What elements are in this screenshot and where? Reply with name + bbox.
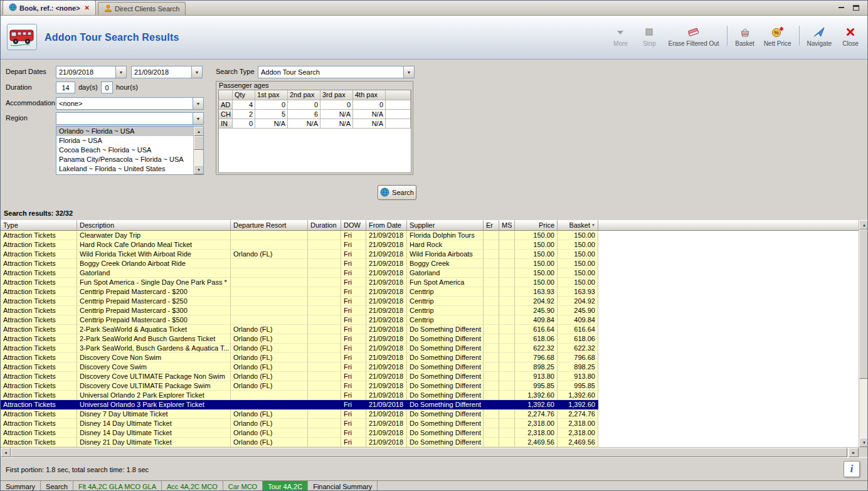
passenger-cell[interactable]: 0 (233, 119, 255, 129)
passenger-cell[interactable]: 2 (233, 110, 255, 119)
passenger-cell[interactable]: 0 (320, 100, 353, 110)
scrollbar-thumb[interactable] (194, 136, 204, 150)
vertical-scrollbar[interactable]: ▲ ▼ (859, 220, 868, 447)
column-header-duration[interactable]: Duration (308, 220, 341, 231)
table-row[interactable]: Attraction TicketsFun Spot America - Sin… (1, 278, 859, 287)
bottom-tab-search[interactable]: Search (41, 481, 73, 491)
accommodation-combo[interactable]: <none> ▼ (56, 97, 204, 110)
passenger-cell[interactable]: N/A (320, 110, 353, 119)
column-header-price[interactable]: Price (515, 220, 558, 231)
column-header-er[interactable]: Er (484, 220, 499, 231)
passenger-cell[interactable]: N/A (255, 119, 288, 129)
passenger-cell[interactable]: 0 (353, 100, 386, 110)
scroll-down-icon[interactable]: ▼ (194, 165, 204, 174)
passenger-cell[interactable]: 6 (288, 110, 320, 119)
table-row[interactable]: Attraction TicketsDisney 14 Day Ultimate… (1, 419, 859, 428)
table-row[interactable]: Attraction TicketsCenttrip Prepaid Maste… (1, 315, 859, 325)
depart-date-end-combo[interactable]: 21/09/2018 ▼ (131, 66, 203, 78)
table-row[interactable]: Attraction Tickets2-Park SeaWorld And Bu… (1, 334, 859, 344)
nett-price-button[interactable]: %✱Nett Price (760, 23, 796, 48)
table-row[interactable]: Attraction TicketsUniversal Orlando 3 Pa… (1, 400, 859, 409)
table-row[interactable]: Attraction TicketsCenttrip Prepaid Maste… (1, 306, 859, 315)
table-row[interactable]: Attraction TicketsDiscovery Cove SwimOrl… (1, 362, 859, 372)
column-header-from-date[interactable]: From Date (366, 220, 407, 231)
table-row[interactable]: Attraction TicketsWild Florida Ticket Wi… (1, 250, 859, 259)
table-row[interactable]: Attraction TicketsDiscovery Cove ULTIMAT… (1, 381, 859, 391)
minimize-button[interactable] (836, 3, 846, 12)
table-row[interactable]: Attraction TicketsDisney 14 Day Ultimate… (1, 428, 859, 438)
scroll-right-icon[interactable]: ► (849, 448, 859, 457)
results-table: Attraction TicketsClearwater Day TripFri… (1, 231, 859, 447)
region-combo[interactable]: ▼ (56, 112, 204, 125)
scrollbar-thumb[interactable] (859, 230, 868, 379)
scroll-up-icon[interactable]: ▲ (194, 127, 204, 136)
table-row[interactable]: Attraction Tickets3-Park SeaWorld, Busch… (1, 344, 859, 353)
scroll-up-icon[interactable]: ▲ (859, 220, 868, 230)
bottom-tab-flt-4a-2c-gla-mco-gla[interactable]: Flt 4A,2C GLA MCO GLA (73, 481, 162, 491)
navigate-button[interactable]: Navigate (803, 23, 836, 48)
table-cell: Orlando (FL) (231, 381, 308, 391)
bottom-tab-financial-summary[interactable]: Financial Summary (308, 481, 378, 491)
column-header-dow[interactable]: DOW (341, 220, 366, 231)
passenger-cell[interactable]: N/A (288, 119, 320, 129)
column-header-basket[interactable]: Basket▼ (558, 220, 598, 231)
table-row[interactable]: Attraction TicketsCenttrip Prepaid Maste… (1, 287, 859, 297)
region-option[interactable]: Panama City/Pensacola ~ Florida ~ USA (56, 155, 193, 164)
bottom-tab-summary[interactable]: Summary (1, 481, 41, 491)
passenger-cell[interactable]: 5 (255, 110, 288, 119)
chevron-down-icon[interactable]: ▼ (403, 66, 414, 78)
table-row[interactable]: Attraction TicketsUniversal Orlando 2 Pa… (1, 391, 859, 400)
bottom-tab-acc-4a-2c-mco[interactable]: Acc 4A,2C MCO (162, 481, 223, 491)
depart-date-start-combo[interactable]: 21/09/2018 ▼ (56, 66, 127, 78)
basket-button[interactable]: Basket (731, 23, 760, 48)
passenger-cell[interactable]: N/A (353, 119, 386, 129)
search-type-combo[interactable]: Addon Tour Search ▼ (258, 66, 415, 78)
chevron-down-icon[interactable]: ▼ (193, 98, 203, 109)
table-row[interactable]: Attraction TicketsClearwater Day TripFri… (1, 231, 859, 240)
table-row[interactable]: Attraction TicketsDisney 21 Day Ultimate… (1, 438, 859, 447)
table-row[interactable]: Attraction TicketsDiscovery Cove Non Swi… (1, 353, 859, 362)
close-tab-icon[interactable]: ✕ (85, 4, 90, 11)
region-option[interactable]: Cocoa Beach ~ Florida ~ USA (56, 145, 193, 155)
table-row[interactable]: Attraction TicketsDiscovery Cove ULTIMAT… (1, 372, 859, 381)
info-button[interactable]: i (844, 461, 860, 477)
window-tab-direct-clients-search[interactable]: Direct Clients Search (98, 2, 186, 15)
table-row[interactable]: Attraction Tickets2-Park SeaWorld & Aqua… (1, 325, 859, 334)
region-option[interactable]: Florida ~ USA (56, 136, 193, 145)
column-header-departure-resort[interactable]: Departure Resort (231, 220, 308, 231)
chevron-down-icon[interactable]: ▼ (193, 113, 203, 124)
passenger-cell[interactable]: N/A (353, 110, 386, 119)
region-option[interactable]: Orlando ~ Florida ~ USA (56, 127, 193, 136)
column-header-supplier[interactable]: Supplier (407, 220, 484, 231)
table-row[interactable]: Attraction TicketsCenttrip Prepaid Maste… (1, 297, 859, 306)
maximize-button[interactable] (851, 3, 861, 12)
horizontal-scrollbar[interactable]: ◄ ► (1, 447, 859, 457)
scrollbar-thumb[interactable] (11, 448, 847, 457)
region-scrollbar[interactable]: ▲ ▼ (193, 127, 203, 174)
duration-days-input[interactable] (56, 82, 75, 93)
passenger-cell[interactable]: N/A (320, 119, 353, 129)
scroll-down-icon[interactable]: ▼ (859, 438, 868, 447)
table-row[interactable]: Attraction TicketsBoggy Creek Orlando Ai… (1, 259, 859, 268)
column-header-ms[interactable]: MS (499, 220, 515, 231)
chevron-down-icon[interactable]: ▼ (191, 66, 202, 78)
table-cell: Attraction Tickets (1, 268, 77, 278)
scroll-left-icon[interactable]: ◄ (1, 448, 11, 457)
passenger-cell[interactable]: 0 (255, 100, 288, 110)
close-button[interactable]: Close (836, 23, 865, 48)
column-header-description[interactable]: Description (77, 220, 231, 231)
table-row[interactable]: Attraction TicketsDisney 7 Day Ultimate … (1, 409, 859, 419)
window-tab-book-ref-none[interactable]: Book, ref.: <none>✕ (3, 0, 96, 15)
duration-hours-input[interactable] (101, 82, 113, 93)
passenger-cell[interactable]: 4 (233, 100, 255, 110)
table-row[interactable]: Attraction TicketsGatorlandFri21/09/2018… (1, 268, 859, 278)
bottom-tab-tour-4a-2c[interactable]: Tour 4A,2C (263, 481, 308, 491)
column-header-type[interactable]: Type (1, 220, 77, 231)
region-option[interactable]: Lakeland ~ Florida ~ United States (56, 164, 193, 174)
chevron-down-icon[interactable]: ▼ (115, 66, 126, 78)
erase-filtered-out-button[interactable]: Erase Filtered Out (664, 23, 723, 48)
passenger-cell[interactable]: 0 (288, 100, 320, 110)
bottom-tab-car-mco[interactable]: Car MCO (223, 481, 263, 491)
table-row[interactable]: Attraction TicketsHard Rock Cafe Orlando… (1, 240, 859, 250)
search-button[interactable]: Search (378, 185, 416, 200)
